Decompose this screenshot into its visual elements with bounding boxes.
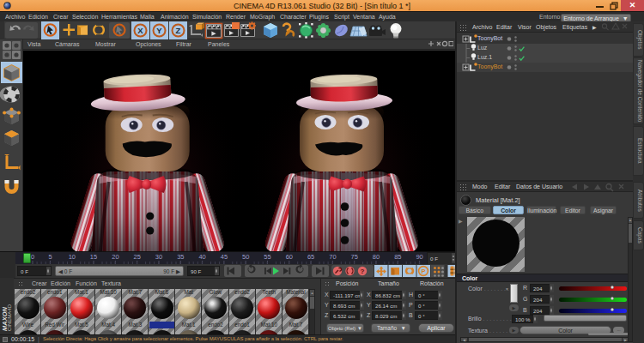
svg-text:X: X xyxy=(137,26,143,35)
svg-text:90: 90 xyxy=(416,253,422,261)
svg-text:50: 50 xyxy=(242,253,249,261)
svg-text:80: 80 xyxy=(373,253,380,261)
svg-text:P: P xyxy=(421,268,425,275)
svg-text:0: 0 xyxy=(31,253,34,261)
svg-text:35: 35 xyxy=(177,253,184,261)
svg-text:?: ? xyxy=(361,268,365,275)
svg-text:15: 15 xyxy=(90,253,97,261)
svg-text:65: 65 xyxy=(307,253,314,261)
svg-text:Z: Z xyxy=(176,26,181,35)
svg-text:60: 60 xyxy=(286,253,293,261)
svg-text:55: 55 xyxy=(264,253,270,261)
svg-text:10: 10 xyxy=(69,253,76,261)
svg-text:75: 75 xyxy=(351,253,358,261)
svg-text:20: 20 xyxy=(112,253,118,261)
svg-text:85: 85 xyxy=(394,253,401,261)
svg-text:70: 70 xyxy=(329,253,336,261)
svg-text:30: 30 xyxy=(155,253,162,261)
svg-text:Y: Y xyxy=(156,26,162,35)
svg-text:5: 5 xyxy=(48,253,52,261)
svg-text:40: 40 xyxy=(198,253,205,261)
svg-text:25: 25 xyxy=(134,253,141,261)
svg-text:45: 45 xyxy=(221,253,228,261)
